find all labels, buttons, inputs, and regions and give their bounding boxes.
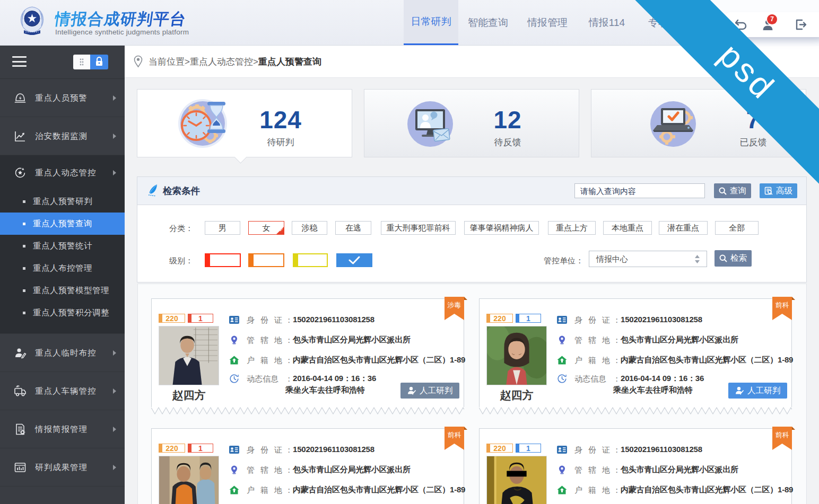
level-orange[interactable]: [248, 253, 284, 267]
person-check-icon: [735, 386, 744, 395]
lock-icon: [90, 55, 108, 69]
level-stripe: [294, 254, 298, 266]
label-text: 重点人布控管理: [33, 263, 92, 274]
unit-value-text: 情报中心: [596, 254, 628, 263]
search-panel: 检索条件 查询 高级 分类： 男 女 涉稳 在逃 重大刑事犯罪前科 肇事肇祸精神…: [137, 176, 807, 282]
stat-value: 12: [455, 105, 561, 134]
sidebar-item-briefing-manage[interactable]: 情报简报管理: [0, 410, 125, 448]
sidebar-item-personnel-warning[interactable]: 重点人员预警: [0, 79, 125, 117]
submenu-item-warning-query[interactable]: 重点人预警查询: [0, 213, 125, 235]
sidebar-group-dynamic-control: 重点人动态管控 重点人预警研判 重点人预警查询 重点人预警统计 重点人布控管理 …: [0, 155, 125, 334]
submenu-item-warning-stats[interactable]: 重点人预警统计: [0, 235, 125, 257]
category-all[interactable]: 全部: [715, 221, 759, 235]
submenu-item-control-manage[interactable]: 重点人布控管理: [0, 257, 125, 279]
search-icon: [719, 254, 727, 262]
colon-text: ：: [613, 374, 621, 384]
level-stripe: [206, 254, 210, 266]
level-blue[interactable]: [336, 253, 372, 267]
stripe: [487, 444, 490, 452]
sq: [23, 200, 25, 203]
search-button[interactable]: 检索: [715, 250, 752, 267]
sidebar-item-vehicle-control[interactable]: 重点人车辆管控: [0, 372, 125, 410]
svg: [159, 326, 219, 385]
search-panel-title: 检索条件: [163, 177, 200, 205]
ribbon-text: 前科: [772, 300, 792, 310]
colon-text: ：: [613, 356, 621, 366]
unit-select[interactable]: 情报中心: [589, 251, 707, 267]
category-major-crime[interactable]: 重大刑事犯罪前科: [381, 221, 456, 235]
search-input[interactable]: [574, 183, 705, 198]
label-text: 智能查询: [468, 16, 508, 30]
chart-icon: [14, 130, 27, 143]
ribbon-text: 前科: [772, 430, 792, 440]
level-yellow[interactable]: [293, 253, 328, 267]
stripe: [516, 314, 519, 322]
hamburger-menu-icon[interactable]: [12, 56, 27, 68]
map-pin-icon: [229, 465, 239, 474]
sidebar-item-dynamic-control[interactable]: 重点人动态管控: [0, 155, 125, 190]
stat-card-pending-judgment[interactable]: 124 待研判: [137, 89, 352, 157]
sidebar-item-temp-control[interactable]: 重点人临时布控: [0, 334, 125, 372]
advanced-button-text: 高级: [776, 185, 792, 197]
chevron-right-icon: [113, 134, 116, 139]
chevron-right-icon: [113, 350, 116, 356]
feather-pen-icon: [147, 184, 159, 197]
nav-tab-daily[interactable]: 日常研判: [404, 0, 458, 45]
svg: [90, 55, 108, 69]
registry-text: 户籍地: [247, 485, 288, 496]
manual-judgment-button[interactable]: 人工研判: [400, 383, 459, 399]
id-text: 身份证: [574, 445, 616, 455]
bar-chart-window-icon: [14, 461, 27, 474]
nav-tab-intel-114[interactable]: 情报114: [577, 0, 637, 45]
dynamic-time-text: 2016-04-14 09：16：36: [621, 374, 704, 384]
id-card-icon: [557, 315, 567, 324]
stat-value: 124: [228, 105, 334, 134]
search-panel-header: 检索条件 查询 高级: [137, 177, 806, 205]
sidebar-item-results-manage[interactable]: 研判成果管理: [0, 448, 125, 487]
person-photo: [159, 456, 219, 504]
notification-badge[interactable]: 7: [767, 14, 777, 24]
category-key-above[interactable]: 重点上方: [548, 221, 596, 235]
select-arrows-icon: [694, 255, 700, 263]
query-button-text: 查询: [730, 185, 746, 197]
advanced-button[interactable]: 高级: [760, 183, 797, 198]
breadcrumb: 当前位置>重点人动态管控>重点人预警查询: [149, 46, 321, 78]
sq: [23, 223, 25, 225]
badge1-text: 220: [165, 314, 178, 323]
label-text: 情报管理: [527, 16, 568, 30]
id-text: 1502021961103081258: [621, 445, 702, 454]
submenu-item-warning-judgment[interactable]: 重点人预警研判: [0, 190, 125, 213]
registry-text: 内蒙古自治区包头市青山区光辉小区（二区）1-89: [621, 355, 793, 365]
jurisdiction-text: 包头市青山区分局光辉小区派出所: [293, 335, 411, 345]
category-fugitive[interactable]: 在逃: [335, 221, 371, 235]
sidebar-lock-toggle[interactable]: [73, 55, 108, 69]
category-potential-key[interactable]: 潜在重点: [659, 221, 708, 235]
submenu-item-model-manage[interactable]: 重点人预警模型管理: [0, 279, 125, 302]
unit-label: 管控单位：: [544, 256, 583, 266]
sidebar-menu: 重点人员预警 治安数据监测: [0, 79, 125, 487]
category-local-key[interactable]: 本地重点: [603, 221, 652, 235]
id-card-icon: [557, 445, 567, 454]
sidebar-item-security-data[interactable]: 治安数据监测: [0, 117, 125, 155]
manual-judgment-button[interactable]: 人工研判: [728, 383, 787, 399]
sidebar-top: [0, 46, 125, 79]
stripe: [159, 444, 162, 452]
dynamic-description: 乘坐火车去往呼和浩特: [613, 385, 693, 395]
stripe: [159, 314, 162, 322]
category-male[interactable]: 男: [205, 221, 240, 235]
count-badge: 1: [188, 314, 213, 323]
category-mental[interactable]: 肇事肇祸精神病人: [464, 221, 539, 235]
query-button[interactable]: 查询: [714, 183, 751, 198]
nav-tab-intel-manage[interactable]: 情报管理: [518, 0, 577, 45]
stat-card-pending-feedback[interactable]: 12 待反馈: [364, 89, 579, 157]
nav-tab-smart-query[interactable]: 智能查询: [458, 0, 518, 45]
grip-icon: [73, 55, 90, 69]
sidebar-submenu: 重点人预警研判 重点人预警查询 重点人预警统计 重点人布控管理 重点人预警模型管…: [0, 190, 125, 324]
category-unstable[interactable]: 涉稳: [292, 221, 327, 235]
category-female[interactable]: 女: [248, 221, 284, 235]
label-text: 重点人预警积分调整: [33, 307, 109, 319]
main-content: 当前位置>重点人动态管控>重点人预警查询: [125, 46, 819, 504]
logout-icon[interactable]: [794, 18, 807, 31]
submenu-item-score-adjust[interactable]: 重点人预警积分调整: [0, 302, 125, 324]
level-red[interactable]: [205, 253, 241, 267]
